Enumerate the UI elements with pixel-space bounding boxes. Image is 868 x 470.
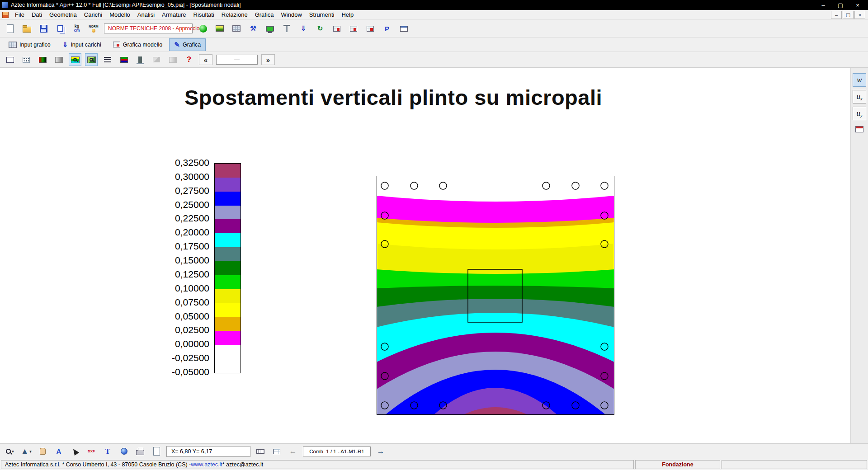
open-file-button[interactable] [20,22,33,35]
section-view-button[interactable] [150,53,163,66]
menu-item-window[interactable]: Window [278,10,306,19]
bands-view-button[interactable] [118,53,130,66]
layers-icon [216,25,224,32]
find-text-button[interactable]: A [52,445,65,458]
report-button[interactable]: P [381,22,393,35]
dots-grid-icon [23,57,30,63]
previous-view-button[interactable]: « [199,54,212,65]
view-combobox[interactable]: — [216,55,258,65]
units-button[interactable]: kg cm [71,22,83,35]
minimize-button[interactable]: – [815,0,832,10]
legend-value: -0,05000 [0,367,209,377]
website-link[interactable]: www.aztec.it [191,461,222,468]
menu-item-dati[interactable]: Dati [28,10,46,19]
previous-combination-button[interactable]: ← [287,445,299,458]
pan-button[interactable] [36,445,49,458]
menu-item-relazione[interactable]: Relazione [218,10,251,19]
pointer-button[interactable] [69,445,81,458]
color-map-button[interactable] [36,53,49,66]
menu-item-file[interactable]: File [11,10,28,19]
check-results-button-2[interactable] [347,22,360,35]
table-data-button[interactable] [230,22,243,35]
legend-colorbox [215,219,241,233]
extra-view-button[interactable] [166,53,179,66]
tab-input-carichi[interactable]: ⇓ Input carichi [57,38,106,51]
bands-icon [120,57,128,63]
text-tool-button[interactable]: T [101,445,114,458]
cursor-icon [71,447,79,455]
tools-button[interactable]: ⚒ [247,22,259,35]
norms-combobox[interactable]: NORME TECNICHE 2008 - Approccio 1 [104,24,193,33]
print-preview-button[interactable] [150,445,163,458]
legend-value: 0,30000 [0,171,209,182]
shade-icon [169,57,177,63]
check-results-button-1[interactable] [330,22,343,35]
table-icon [273,449,280,454]
menu-item-strumenti[interactable]: Strumenti [306,10,338,19]
main-toolbar: kg cm NORM NORME TECNICHE 2008 - Approcc… [0,20,868,38]
menu-item-armature[interactable]: Armature [158,10,189,19]
legend-value: 0,27500 [0,185,209,196]
side-panel: w ux uy [850,68,868,443]
stratigraphy-button[interactable] [213,22,226,35]
window-icon [400,26,408,32]
column-view-button[interactable] [134,53,146,66]
menu-item-modello[interactable]: Modello [106,10,134,19]
check-table-icon [350,26,357,32]
units-icon: kg cm [74,24,80,33]
new-file-button[interactable] [4,22,16,35]
combination-combobox[interactable]: Comb. 1 / 1 - A1-M1-R1 [303,446,371,456]
next-combination-button[interactable]: → [374,445,387,458]
menu-item-geometria[interactable]: Geometria [46,10,80,19]
tab-input-grafico[interactable]: Input grafico [4,39,56,50]
pile-button[interactable] [280,22,293,35]
legend-value: 0,12500 [0,269,209,280]
view-direction-button[interactable]: ▲▾ [20,445,33,458]
save-button[interactable] [37,22,50,35]
printer-icon [136,450,144,455]
model-view-button[interactable] [264,22,276,35]
next-view-button[interactable]: » [261,54,275,65]
table-button[interactable] [270,445,283,458]
dxf-export-button[interactable]: DXF [85,445,98,458]
zoom-map-button[interactable] [85,53,98,66]
result-uy-button[interactable]: uy [853,107,866,120]
zoom-colors-button[interactable] [69,53,81,66]
tab-grafica[interactable]: ✎ Grafica [169,38,206,51]
list-view-button[interactable] [101,53,114,66]
analysis-button[interactable] [197,22,209,35]
mdi-close-button[interactable]: × [854,11,865,19]
window-view-button[interactable] [397,22,410,35]
tab-grafica-modello[interactable]: Grafica modello [108,39,168,50]
print-button[interactable] [134,445,146,458]
menu-item-risultati[interactable]: Risultati [190,10,218,19]
load-button[interactable]: ⇓ [297,22,310,35]
result-w-button[interactable]: w [853,73,866,87]
menu-item-help[interactable]: Help [338,10,357,19]
recompute-button[interactable]: ↻ [314,22,326,35]
input-grafico-icon [9,42,17,48]
menu-item-carichi[interactable]: Carichi [80,10,106,19]
mdi-minimize-button[interactable]: – [831,11,842,19]
menu-item-grafica[interactable]: Grafica [251,10,278,19]
zoom-tool-button[interactable]: ▾ [4,445,16,458]
menu-item-analisi[interactable]: Analisi [134,10,158,19]
grid-icon [232,25,241,32]
report-small-button[interactable] [853,123,866,135]
contour-plot [377,176,614,415]
check-results-button-3[interactable] [364,22,377,35]
restore-button[interactable]: ▢ [832,0,849,10]
sphere-icon [199,25,207,33]
mesh-nodes-button[interactable] [20,53,33,66]
result-ux-button[interactable]: ux [853,90,866,103]
help-button[interactable]: ? [183,53,195,66]
mdi-restore-button[interactable]: ▢ [843,11,854,19]
close-button[interactable]: × [849,0,866,10]
copy-button[interactable] [54,22,66,35]
email-text: * aztec@aztec.it [222,461,264,468]
frame-view-button[interactable] [4,53,16,66]
norms-button[interactable]: NORM [87,22,100,35]
shading-button[interactable] [52,53,65,66]
web-button[interactable] [118,445,130,458]
scale-button[interactable] [254,445,267,458]
